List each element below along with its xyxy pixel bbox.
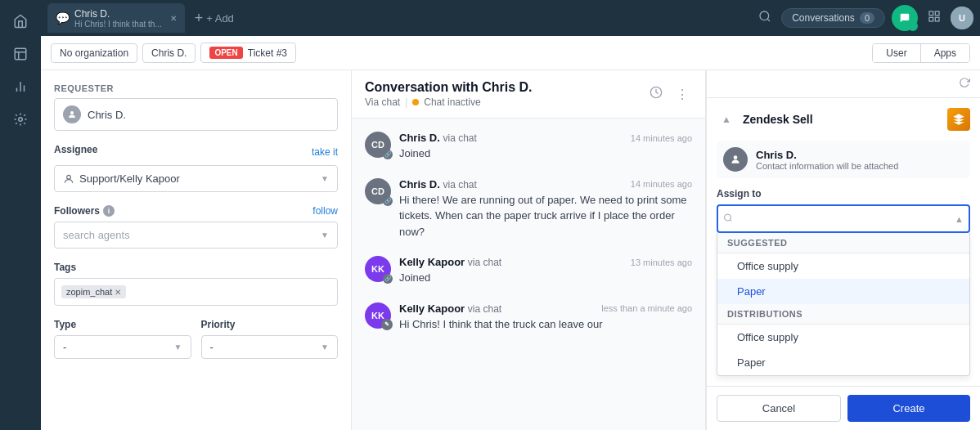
- search-agents-field[interactable]: search agents ▼: [54, 222, 338, 249]
- conversation-more-button[interactable]: ⋮: [672, 83, 692, 105]
- user-apps-toggle: User Apps: [872, 43, 970, 63]
- collapse-section-button[interactable]: ▲: [717, 110, 736, 129]
- ticket-breadcrumb[interactable]: OPEN Ticket #3: [200, 43, 296, 63]
- active-tab[interactable]: 💬 Chris D. Hi Chris! I think that th... …: [47, 3, 185, 33]
- assign-to-label: Assign to: [717, 188, 970, 199]
- chat-status-label: Chat inactive: [424, 96, 480, 108]
- svg-point-14: [67, 175, 71, 179]
- message-header: Kelly Kapoor via chat less than a minute…: [399, 302, 692, 315]
- priority-value: -: [210, 341, 214, 353]
- tags-input[interactable]: zopim_chat ✕: [54, 278, 338, 306]
- requester-label: Requester: [54, 83, 338, 93]
- priority-select[interactable]: - ▼: [201, 335, 339, 359]
- nav-reports-icon[interactable]: [6, 72, 35, 101]
- type-chevron-icon: ▼: [174, 343, 182, 352]
- requester-field[interactable]: Chris D.: [54, 98, 338, 131]
- tags-label: Tags: [54, 262, 338, 273]
- svg-point-17: [725, 214, 731, 221]
- message-avatar: CD 🔗: [365, 178, 391, 204]
- contact-avatar: [723, 147, 748, 172]
- svg-line-8: [767, 19, 770, 21]
- messages-list: CD 🔗 Chris D. via chat 14 minutes ago: [352, 119, 705, 430]
- tags-section: Tags zopim_chat ✕: [54, 262, 338, 306]
- message-avatar: KK ✎: [365, 302, 391, 329]
- assignee-label: Assignee: [54, 144, 97, 155]
- assignee-value: Support/Kelly Kapoor: [79, 172, 180, 185]
- tab-chat-icon: 💬: [56, 11, 70, 25]
- presence-button[interactable]: [892, 5, 918, 31]
- conversation-header: Conversation with Chris D. Via chat | Ch…: [352, 70, 705, 119]
- user-breadcrumb[interactable]: Chris D.: [142, 43, 196, 63]
- right-panel-header: [707, 70, 980, 98]
- message-header: Chris D. via chat 14 minutes ago: [399, 132, 692, 144]
- create-button[interactable]: Create: [847, 395, 970, 422]
- assign-chevron-icon: ▲: [955, 214, 964, 224]
- user-avatar-button[interactable]: U: [951, 7, 973, 29]
- distributions-office-supply-item[interactable]: Office supply: [717, 325, 969, 350]
- action-buttons: Cancel Create: [707, 386, 980, 430]
- right-panel-content: ▲ Zendesk Sell Chris D. Contact informat…: [707, 98, 980, 386]
- suggested-office-supply-item[interactable]: Office supply: [717, 253, 969, 279]
- chat-status-dot: [412, 99, 419, 105]
- svg-point-6: [19, 118, 23, 122]
- message-sender: Chris D. via chat: [399, 132, 477, 144]
- assign-search-input[interactable]: [717, 204, 970, 233]
- apps-tab[interactable]: Apps: [920, 44, 969, 62]
- assignee-chevron-icon: ▼: [321, 174, 329, 183]
- avatar-badge-icon: ✎: [381, 319, 393, 330]
- tag-remove-button[interactable]: ✕: [115, 288, 121, 297]
- svg-line-18: [730, 219, 731, 221]
- distributions-paper-item[interactable]: Paper: [717, 350, 969, 375]
- main-wrapper: 💬 Chris D. Hi Chris! I think that th... …: [41, 0, 980, 430]
- message-row: KK 🔗 Kelly Kapoor via chat 13 minutes ag…: [365, 256, 692, 286]
- message-time: less than a minute ago: [601, 303, 692, 313]
- tab-content: Chris D. Hi Chris! I think that th...: [74, 8, 162, 29]
- message-content: Chris D. via chat 14 minutes ago Hi ther…: [399, 178, 692, 240]
- message-row: KK ✎ Kelly Kapoor via chat less than a m…: [365, 302, 692, 333]
- svg-rect-9: [929, 11, 933, 16]
- message-avatar: KK 🔗: [365, 256, 391, 282]
- message-time: 14 minutes ago: [631, 133, 692, 143]
- type-value: -: [63, 341, 66, 353]
- followers-section: Followers i follow search agents ▼: [54, 205, 338, 249]
- user-tab[interactable]: User: [873, 44, 919, 62]
- contact-row: Chris D. Contact information will be att…: [717, 141, 970, 178]
- via-chat-label: Via chat: [365, 96, 400, 108]
- tab-close-button[interactable]: ✕: [170, 14, 177, 23]
- tag-item: zopim_chat ✕: [61, 285, 126, 298]
- add-label: + Add: [206, 12, 234, 25]
- nav-tickets-icon[interactable]: [6, 39, 35, 69]
- message-row: CD 🔗 Chris D. via chat 14 minutes ago: [365, 132, 692, 162]
- conversation-history-button[interactable]: [646, 83, 666, 105]
- followers-info-icon[interactable]: i: [103, 205, 115, 217]
- right-panel: ▲ Zendesk Sell Chris D. Contact informat…: [706, 70, 980, 430]
- take-it-link[interactable]: take it: [312, 146, 338, 158]
- assignee-select[interactable]: Support/Kelly Kapoor ▼: [54, 165, 338, 192]
- assign-search-icon: [723, 213, 733, 225]
- no-organization-breadcrumb[interactable]: No organization: [51, 43, 137, 63]
- message-time: 13 minutes ago: [631, 258, 692, 267]
- type-select[interactable]: - ▼: [54, 335, 191, 359]
- conversations-count: 0: [860, 12, 874, 24]
- requester-name: Chris D.: [88, 109, 126, 121]
- breadcrumb-bar: No organization Chris D. OPEN Ticket #3 …: [41, 36, 980, 70]
- tab-preview: Hi Chris! I think that th...: [74, 20, 162, 29]
- suggested-paper-item[interactable]: Paper: [717, 279, 969, 304]
- followers-header: Followers i follow: [54, 205, 338, 217]
- global-search-button[interactable]: [755, 7, 775, 29]
- grid-view-button[interactable]: [924, 7, 944, 29]
- cancel-button[interactable]: Cancel: [717, 395, 841, 422]
- nav-home-icon[interactable]: [6, 7, 35, 36]
- add-tab-button[interactable]: + + Add: [188, 10, 241, 27]
- message-text: Hi there! We are running out of paper. W…: [399, 192, 692, 240]
- refresh-button[interactable]: [959, 77, 970, 91]
- open-status-badge: OPEN: [209, 47, 242, 59]
- message-content: Chris D. via chat 14 minutes ago Joined: [399, 132, 692, 162]
- follow-link[interactable]: follow: [312, 205, 338, 217]
- tab-actions: Conversations 0 U: [755, 5, 973, 31]
- message-sender: Kelly Kapoor via chat: [399, 256, 501, 268]
- assignee-section: Assignee take it Support/Kelly Kapoor ▼: [54, 144, 338, 192]
- message-header: Kelly Kapoor via chat 13 minutes ago: [399, 256, 692, 268]
- conversations-button[interactable]: Conversations 0: [781, 8, 885, 28]
- nav-settings-icon[interactable]: [6, 105, 35, 134]
